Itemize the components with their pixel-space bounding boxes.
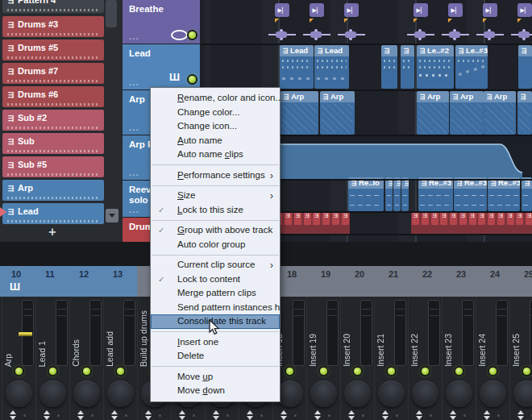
channel-mute-led[interactable] — [15, 368, 23, 375]
automation-clip[interactable]: ▶▏ — [310, 3, 324, 17]
volume-fader[interactable] — [123, 300, 135, 366]
drum-pattern-clip[interactable]: ヨ — [332, 212, 339, 225]
automation-clip[interactable]: ▶▏ — [483, 3, 497, 17]
mixer-channel[interactable]: Lead 1 — [35, 297, 70, 420]
menu-item-insert-one[interactable]: Insert one — [151, 335, 280, 350]
channel-scroll-arrows[interactable] — [10, 410, 16, 420]
channel-scroll-arrows[interactable] — [77, 410, 84, 420]
pattern-clip-reeve[interactable]: ヨRe..#3 — [418, 177, 453, 211]
drum-pattern-clip[interactable]: ヨ — [313, 212, 320, 225]
pattern-clip-small[interactable]: ヨ — [381, 45, 397, 89]
track-header-breathe[interactable]: Breathe — [123, 0, 200, 44]
channel-scroll-arrows[interactable] — [145, 410, 152, 420]
track-enable-led[interactable] — [189, 31, 196, 39]
mixer-track-number[interactable]: 13 — [113, 269, 123, 279]
channel-scroll-arrows[interactable] — [382, 410, 389, 420]
menu-item-send-pattern-instances-here[interactable]: Send pattern instances here — [151, 301, 280, 315]
menu-item-merge-pattern-clips[interactable]: Merge pattern clips — [151, 286, 280, 301]
menu-item-change-color[interactable]: Change color... — [151, 106, 280, 120]
menu-item-rename-color-icon[interactable]: Rename, color and icon... — [151, 91, 280, 106]
menu-item-lock-to-content[interactable]: ✓Lock to content — [151, 272, 280, 287]
audio-clip-waveform[interactable] — [303, 34, 330, 35]
pattern-clip-arp[interactable]: ヨArp — [450, 91, 484, 135]
pattern-item[interactable]: ヨSub — [2, 133, 104, 154]
drum-pattern-clip[interactable]: ヨ — [516, 212, 523, 225]
channel-scroll-arrows[interactable] — [213, 410, 219, 420]
mixer-channel[interactable]: Lead add — [103, 297, 138, 420]
track-enable-led[interactable] — [189, 76, 196, 83]
channel-mute-led[interactable] — [422, 368, 429, 375]
pan-knob[interactable] — [6, 380, 32, 407]
automation-clip[interactable]: ▶▏ — [344, 3, 359, 17]
mixer-track-number[interactable]: 21 — [389, 269, 398, 279]
pattern-item[interactable]: ヨLead — [2, 203, 104, 224]
automation-clip[interactable]: ▶▏ — [517, 3, 532, 17]
pattern-clip-arp[interactable]: ヨArp — [281, 91, 318, 135]
drum-pattern-clip[interactable]: ヨ — [459, 212, 467, 225]
channel-scroll-arrows[interactable] — [517, 410, 524, 420]
drum-pattern-clip[interactable]: ヨ — [412, 212, 419, 225]
mixer-channel[interactable]: Insert 24 — [476, 297, 510, 420]
drum-pattern-clip[interactable]: ヨ — [469, 212, 476, 225]
drum-pattern-clip[interactable]: ヨ — [422, 212, 429, 225]
drum-pattern-clip[interactable]: ヨ — [478, 212, 485, 225]
pattern-scrollbar-thumb[interactable] — [106, 0, 117, 27]
volume-fader[interactable] — [360, 300, 372, 366]
pattern-clip-arp[interactable]: ヨArp — [320, 91, 355, 135]
drum-pattern-clip[interactable]: ヨ — [285, 212, 292, 225]
pattern-clip-lead[interactable]: ヨLead — [280, 45, 314, 89]
pattern-clip-arp[interactable]: ヨ — [517, 91, 532, 135]
pattern-clip-lead3[interactable]: ヨLe..#3 — [455, 45, 488, 89]
menu-item-performance-settings[interactable]: Performance settings› — [151, 168, 280, 183]
drum-pattern-clip[interactable]: ヨ — [497, 212, 505, 225]
menu-item-auto-name-clips[interactable]: Auto name clips — [151, 148, 280, 162]
pattern-item[interactable]: ヨPattern 4 — [2, 0, 104, 13]
volume-fader[interactable] — [326, 300, 339, 366]
channel-scroll-arrows[interactable] — [179, 410, 185, 420]
audio-clip-waveform[interactable] — [442, 34, 469, 35]
channel-scroll-arrows[interactable] — [450, 410, 456, 420]
channel-mute-led[interactable] — [320, 368, 327, 375]
mixer-track-number[interactable]: 10 — [11, 269, 21, 279]
mixer-channel[interactable]: Arp — [2, 297, 36, 420]
pan-knob[interactable] — [73, 380, 100, 407]
drum-pattern-clip[interactable]: ヨ — [507, 212, 514, 225]
volume-fader[interactable] — [462, 300, 474, 366]
drum-pattern-clip[interactable]: ヨ — [322, 212, 330, 225]
mixer-track-number[interactable]: 11 — [45, 269, 55, 279]
volume-fader[interactable] — [89, 300, 102, 366]
audio-clip-waveform[interactable] — [511, 34, 532, 35]
mixer-channel[interactable]: Insert 20 — [340, 297, 375, 420]
channel-scroll-arrows[interactable] — [44, 410, 50, 420]
pan-knob[interactable] — [378, 380, 405, 407]
drum-pattern-clip[interactable]: ヨ — [304, 212, 311, 225]
drum-pattern-clip[interactable]: ヨ — [431, 212, 438, 225]
pattern-scroll-down-button[interactable] — [106, 209, 118, 222]
pan-knob[interactable] — [39, 380, 66, 407]
channel-mute-led[interactable] — [49, 368, 56, 375]
pattern-item[interactable]: ヨArp — [2, 180, 104, 201]
pattern-clip-lead[interactable]: ヨLead — [314, 45, 349, 89]
mixer-channel[interactable]: Insert 19 — [306, 297, 341, 420]
pan-knob[interactable] — [344, 380, 371, 407]
volume-fader[interactable] — [293, 300, 305, 366]
channel-mute-led[interactable] — [523, 368, 530, 375]
volume-fader[interactable] — [496, 300, 508, 366]
mixer-track-number[interactable]: 18 — [287, 269, 297, 279]
drum-pattern-clip[interactable]: ヨ — [342, 212, 349, 225]
menu-item-group-with-above-track[interactable]: ✓Group with above track — [151, 223, 280, 238]
fader-handle[interactable] — [19, 332, 32, 336]
pan-knob[interactable] — [513, 380, 532, 407]
mixer-channel[interactable]: Insert 22 — [408, 297, 443, 420]
pattern-item[interactable]: ヨDrums #6 — [2, 86, 104, 107]
audio-clip-waveform[interactable] — [476, 34, 504, 35]
automation-clip[interactable]: ▶▏ — [448, 3, 463, 17]
pattern-item[interactable]: ヨSub #2 — [2, 110, 104, 131]
channel-scroll-arrows[interactable] — [247, 410, 253, 420]
drum-clip-group[interactable]: ヨヨヨヨヨヨヨヨヨヨヨヨヨ — [411, 212, 532, 234]
menu-item-delete[interactable]: Delete — [151, 349, 280, 364]
mixer-channel[interactable]: Insert 25 — [509, 297, 532, 420]
pattern-item[interactable]: ヨDrums #3 — [2, 16, 104, 37]
menu-item-change-icon[interactable]: Change icon... — [151, 119, 280, 134]
channel-mute-led[interactable] — [83, 368, 90, 375]
